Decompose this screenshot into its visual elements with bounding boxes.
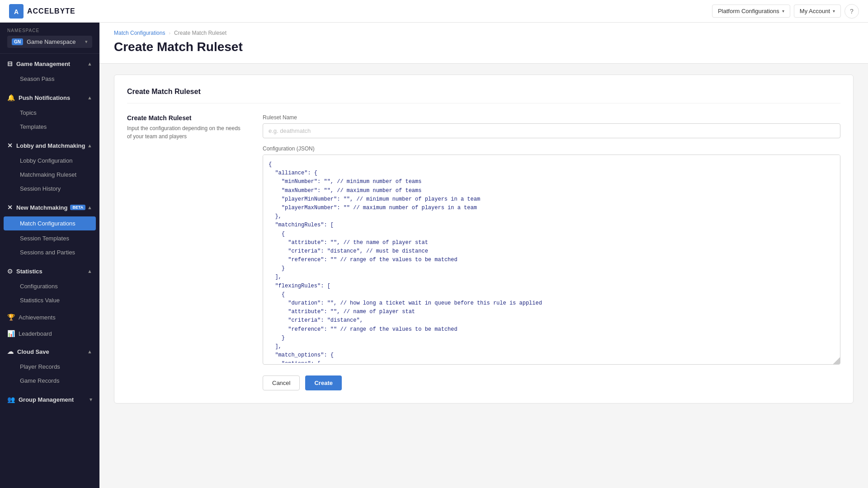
namespace-label: NAMESPACE bbox=[7, 28, 92, 33]
sidebar-item-game-records[interactable]: Game Records bbox=[0, 374, 99, 388]
form-layout: Create Match Ruleset Input the configura… bbox=[127, 114, 840, 390]
lobby-matchmaking-icon: ✕ bbox=[7, 142, 13, 149]
nav-section-header-statistics[interactable]: ⊙ Statistics ▲ bbox=[0, 263, 99, 279]
sidebar-item-match-configurations[interactable]: Match Configurations bbox=[4, 216, 96, 230]
card-title: Create Match Ruleset bbox=[127, 88, 840, 103]
achievements-label: Achievements bbox=[19, 314, 56, 321]
nav-section-title-row-new-matchmaking: ✕ New Matchmaking BETA bbox=[7, 204, 85, 211]
namespace-name: Game Namespace bbox=[27, 38, 81, 45]
nav-section-group-management: 👥 Group Management ▾ bbox=[0, 389, 99, 409]
nav-section-title-row-lobby: ✕ Lobby and Matchmaking bbox=[7, 142, 85, 149]
group-management-label: Group Management bbox=[19, 396, 74, 403]
leaderboard-label: Leaderboard bbox=[19, 330, 52, 337]
content-body: Create Match Ruleset Create Match Rulese… bbox=[99, 64, 868, 414]
page-title: Create Match Ruleset bbox=[114, 40, 854, 54]
new-matchmaking-collapse-icon: ▲ bbox=[87, 205, 92, 210]
logo-area: A ACCELBYTE bbox=[9, 4, 75, 19]
breadcrumb-separator: › bbox=[169, 30, 170, 36]
form-desc-title: Create Match Ruleset bbox=[127, 114, 245, 122]
nav-section-header-group-management[interactable]: 👥 Group Management ▾ bbox=[0, 391, 99, 408]
sidebar-item-templates[interactable]: Templates bbox=[0, 120, 99, 134]
create-match-ruleset-card: Create Match Ruleset Create Match Rulese… bbox=[114, 75, 854, 404]
top-header: A ACCELBYTE Platform Configurations ▾ My… bbox=[0, 0, 868, 23]
nav-section-cloud-save: ☁ Cloud Save ▲ Player Records Game Recor… bbox=[0, 342, 99, 389]
nav-section-statistics: ⊙ Statistics ▲ Configurations Statistics… bbox=[0, 261, 99, 309]
app-body: NAMESPACE GN Game Namespace ▾ ⊟ Game Man… bbox=[0, 23, 868, 488]
sessions-parties-label: Sessions and Parties bbox=[20, 249, 75, 256]
header-right: Platform Configurations ▾ My Account ▾ ? bbox=[712, 4, 859, 19]
namespace-selector[interactable]: GN Game Namespace ▾ bbox=[7, 36, 92, 48]
sidebar-item-statistics-value[interactable]: Statistics Value bbox=[0, 293, 99, 307]
nav-section-header-lobby-matchmaking[interactable]: ✕ Lobby and Matchmaking ▲ bbox=[0, 137, 99, 154]
new-matchmaking-icon: ✕ bbox=[7, 204, 13, 211]
sidebar-item-session-templates[interactable]: Session Templates bbox=[0, 231, 99, 245]
json-editor[interactable] bbox=[263, 155, 840, 363]
sidebar-item-player-records[interactable]: Player Records bbox=[0, 360, 99, 374]
json-editor-wrapper bbox=[263, 155, 840, 365]
nav-section-header-cloud-save[interactable]: ☁ Cloud Save ▲ bbox=[0, 343, 99, 360]
sidebar-item-topics[interactable]: Topics bbox=[0, 106, 99, 120]
sidebar: NAMESPACE GN Game Namespace ▾ ⊟ Game Man… bbox=[0, 23, 99, 488]
push-notifications-label: Push Notifications bbox=[19, 94, 70, 101]
nav-section-title-row: ⊟ Game Management bbox=[7, 60, 70, 67]
lobby-matchmaking-label: Lobby and Matchmaking bbox=[16, 142, 85, 149]
nav-section-title-row-push: 🔔 Push Notifications bbox=[7, 94, 70, 101]
platform-configurations-label: Platform Configurations bbox=[718, 8, 779, 14]
nav-section-title-row-statistics: ⊙ Statistics bbox=[7, 267, 42, 275]
form-actions: Cancel Create bbox=[263, 375, 840, 390]
statistics-value-label: Statistics Value bbox=[20, 297, 60, 304]
beta-badge: BETA bbox=[70, 205, 85, 210]
push-notifications-icon: 🔔 bbox=[7, 94, 15, 101]
player-records-label: Player Records bbox=[20, 363, 60, 370]
sidebar-item-leaderboard[interactable]: 📊 Leaderboard bbox=[0, 325, 99, 342]
templates-label: Templates bbox=[20, 123, 47, 130]
nav-section-title-row-group: 👥 Group Management bbox=[7, 396, 74, 403]
breadcrumb-current: Create Match Ruleset bbox=[174, 30, 226, 36]
session-templates-label: Session Templates bbox=[20, 235, 69, 242]
ruleset-name-input[interactable] bbox=[263, 123, 840, 138]
sidebar-item-sessions-parties[interactable]: Sessions and Parties bbox=[0, 245, 99, 259]
account-chevron-icon: ▾ bbox=[833, 9, 835, 14]
sidebar-item-matchmaking-ruleset[interactable]: Matchmaking Ruleset bbox=[0, 168, 99, 182]
sidebar-item-session-history[interactable]: Session History bbox=[0, 182, 99, 196]
sidebar-item-lobby-configuration[interactable]: Lobby Configuration bbox=[0, 154, 99, 168]
accelbyte-logo-icon: A bbox=[9, 4, 24, 19]
help-button[interactable]: ? bbox=[844, 4, 859, 19]
svg-text:A: A bbox=[14, 8, 19, 15]
namespace-chevron-icon: ▾ bbox=[85, 39, 88, 45]
nav-section-game-management: ⊟ Game Management ▲ Season Pass bbox=[0, 54, 99, 88]
namespace-section: NAMESPACE GN Game Namespace ▾ bbox=[0, 23, 99, 54]
my-account-dropdown[interactable]: My Account ▾ bbox=[794, 5, 841, 18]
leaderboard-icon: 📊 bbox=[7, 330, 15, 337]
cancel-button[interactable]: Cancel bbox=[263, 375, 300, 390]
platform-configurations-dropdown[interactable]: Platform Configurations ▾ bbox=[712, 5, 790, 18]
game-management-icon: ⊟ bbox=[7, 60, 13, 67]
form-desc-text: Input the configuration depending on the… bbox=[127, 124, 245, 141]
resize-handle[interactable] bbox=[833, 357, 840, 364]
push-notifications-collapse-icon: ▲ bbox=[87, 95, 92, 100]
breadcrumb: Match Configurations › Create Match Rule… bbox=[114, 30, 854, 36]
sidebar-item-configurations[interactable]: Configurations bbox=[0, 279, 99, 293]
topics-label: Topics bbox=[20, 109, 37, 116]
group-management-icon: 👥 bbox=[7, 396, 15, 403]
nav-section-header-game-management[interactable]: ⊟ Game Management ▲ bbox=[0, 56, 99, 72]
nav-section-header-push-notifications[interactable]: 🔔 Push Notifications ▲ bbox=[0, 89, 99, 106]
match-configurations-label: Match Configurations bbox=[20, 220, 75, 227]
cloud-save-label: Cloud Save bbox=[17, 348, 49, 355]
form-description: Create Match Ruleset Input the configura… bbox=[127, 114, 245, 390]
namespace-badge: GN bbox=[12, 38, 23, 45]
main-content: Match Configurations › Create Match Rule… bbox=[99, 23, 868, 488]
nav-section-header-new-matchmaking[interactable]: ✕ New Matchmaking BETA ▲ bbox=[0, 199, 99, 216]
logo-text: ACCELBYTE bbox=[27, 7, 75, 15]
ruleset-name-field-group: Ruleset Name bbox=[263, 114, 840, 138]
sidebar-item-achievements[interactable]: 🏆 Achievements bbox=[0, 309, 99, 325]
config-json-field-group: Configuration (JSON) bbox=[263, 145, 840, 365]
breadcrumb-parent-link[interactable]: Match Configurations bbox=[114, 30, 165, 36]
nav-section-push-notifications: 🔔 Push Notifications ▲ Topics Templates bbox=[0, 88, 99, 136]
create-button[interactable]: Create bbox=[305, 375, 341, 390]
configurations-label: Configurations bbox=[20, 283, 58, 290]
ruleset-name-label: Ruleset Name bbox=[263, 114, 840, 121]
nav-section-lobby-matchmaking: ✕ Lobby and Matchmaking ▲ Lobby Configur… bbox=[0, 136, 99, 197]
sidebar-item-season-pass[interactable]: Season Pass bbox=[0, 72, 99, 86]
form-fields: Ruleset Name Configuration (JSON) Cance bbox=[263, 114, 840, 390]
